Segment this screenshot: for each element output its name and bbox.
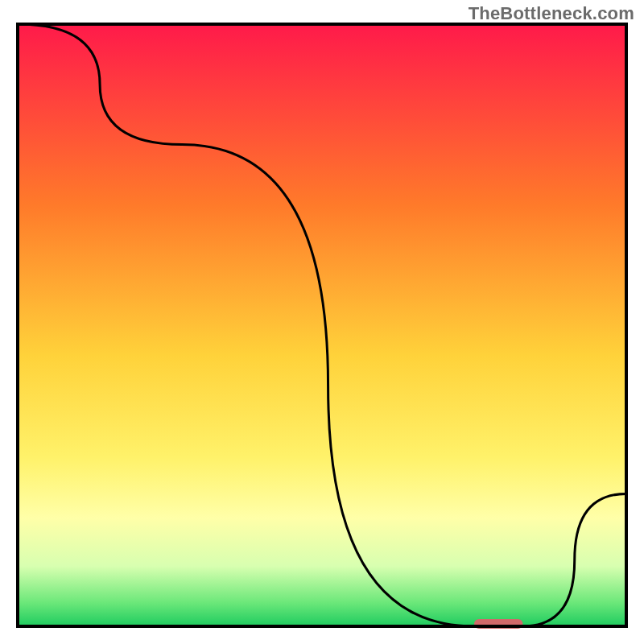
watermark-text: TheBottleneck.com — [469, 3, 634, 24]
chart-svg — [0, 0, 644, 644]
bottleneck-chart: TheBottleneck.com — [0, 0, 644, 644]
gradient-background — [18, 24, 626, 626]
